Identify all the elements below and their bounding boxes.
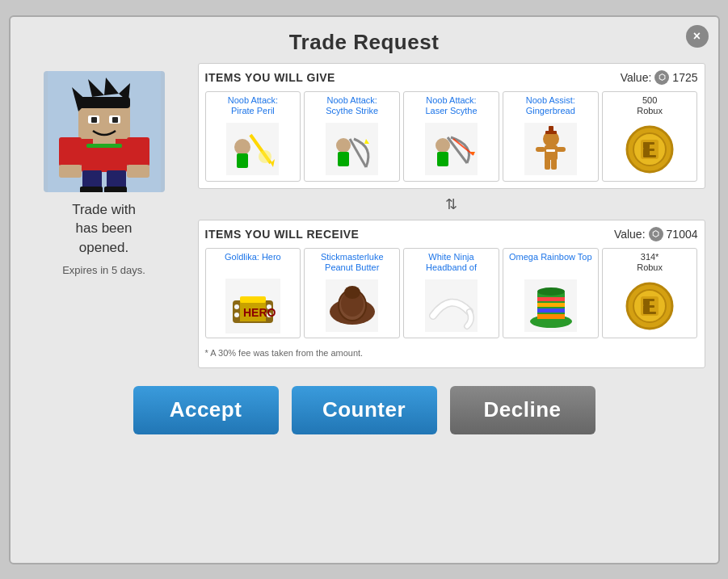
svg-rect-59 [234, 301, 240, 322]
svg-rect-81 [537, 314, 565, 319]
receive-item-3: White Ninja Headband of [403, 248, 499, 338]
receive-item-5-name: 314*Robux [637, 252, 663, 275]
receive-item-3-name: White Ninja Headband of [407, 252, 495, 275]
svg-point-62 [234, 313, 239, 317]
close-button[interactable]: × [686, 25, 709, 48]
svg-rect-7 [78, 97, 130, 108]
receive-item-5: 314*Robux [602, 248, 698, 338]
decline-button[interactable]: Decline [450, 386, 595, 434]
svg-rect-89 [643, 312, 656, 314]
receive-item-3-img [423, 278, 479, 334]
receive-item-1-img: HERO [225, 278, 281, 334]
give-section-header: ITEMS YOU WILL GIVE Value: ⬡ 1725 [205, 70, 698, 85]
give-item-3: Noob Attack:Laser Scythe [403, 91, 499, 182]
svg-rect-17 [127, 165, 149, 178]
counter-button[interactable]: Counter [292, 386, 437, 434]
give-item-2-name: Noob Attack:Scythe Strike [326, 95, 378, 118]
give-item-1-name: Noob Attack:Pirate Peril [228, 95, 278, 118]
svg-rect-55 [643, 149, 654, 151]
receive-item-5-img [621, 278, 678, 334]
swap-arrows: ⇅ [198, 192, 705, 216]
receive-section-header: ITEMS YOU WILL RECEIVE Value: ⬡ 71004 [205, 227, 698, 241]
give-value-area: Value: ⬡ 1725 [621, 70, 698, 85]
receive-section-title: ITEMS YOU WILL RECEIVE [205, 228, 360, 241]
right-panel: ITEMS YOU WILL GIVE Value: ⬡ 1725 Noob A… [198, 63, 705, 368]
svg-rect-48 [549, 126, 553, 132]
give-item-4-name: Noob Assist:Gingerbread [526, 95, 575, 118]
receive-item-1: Goldlika: Hero [205, 248, 301, 338]
svg-rect-44 [545, 158, 550, 170]
receive-robux-icon: ⬡ [649, 227, 663, 241]
svg-rect-35 [437, 152, 448, 166]
give-section-title: ITEMS YOU WILL GIVE [205, 71, 335, 84]
receive-item-1-name: Goldlika: Hero [225, 252, 281, 275]
svg-rect-11 [112, 117, 118, 123]
svg-rect-79 [537, 308, 565, 313]
give-item-5-img [621, 121, 678, 178]
give-section: ITEMS YOU WILL GIVE Value: ⬡ 1725 Noob A… [198, 63, 705, 189]
fee-note: * A 30% fee was taken from the amount. [205, 345, 698, 361]
give-value-label: Value: [621, 71, 652, 84]
svg-rect-16 [59, 165, 82, 178]
receive-value-area: Value: ⬡ 71004 [614, 227, 698, 241]
svg-rect-24 [237, 153, 248, 168]
give-item-2-img [324, 121, 381, 178]
svg-rect-22 [226, 123, 279, 175]
svg-rect-33 [425, 123, 478, 175]
avatar [44, 71, 165, 192]
dialog-title: Trade Request [11, 17, 718, 63]
svg-rect-30 [338, 152, 349, 166]
svg-point-72 [344, 286, 360, 299]
give-item-3-img [423, 121, 479, 178]
svg-rect-15 [127, 137, 149, 166]
svg-rect-88 [643, 305, 654, 308]
svg-rect-46 [546, 149, 555, 152]
svg-point-61 [234, 304, 239, 309]
give-item-4-img [522, 121, 579, 178]
svg-rect-66 [240, 296, 266, 303]
svg-rect-54 [643, 142, 654, 145]
receive-item-2-img [324, 278, 381, 334]
give-item-3-name: Noob Attack:Laser Scythe [425, 95, 477, 118]
trade-request-dialog: Trade Request × [9, 15, 720, 564]
expires-text: Expires in 5 days. [62, 264, 145, 276]
give-robux-icon: ⬡ [654, 70, 669, 85]
give-item-1: Noob Attack:Pirate Peril [205, 91, 301, 182]
accept-button[interactable]: Accept [133, 386, 279, 434]
svg-rect-14 [59, 137, 82, 166]
give-items-row: Noob Attack:Pirate Peril [205, 91, 698, 182]
give-item-5: 500Robux [602, 91, 698, 182]
svg-rect-78 [537, 303, 565, 307]
svg-point-29 [336, 138, 351, 153]
give-value: 1725 [672, 71, 697, 84]
give-item-4: Noob Assist:Gingerbread [503, 91, 599, 182]
receive-items-row: Goldlika: Hero [205, 248, 698, 338]
svg-point-23 [234, 139, 250, 155]
svg-rect-20 [80, 187, 103, 192]
give-item-2: Noob Attack:Scythe Strike [304, 91, 400, 182]
svg-point-34 [436, 138, 450, 153]
svg-rect-42 [536, 147, 545, 152]
receive-value: 71004 [667, 228, 698, 241]
svg-rect-56 [643, 155, 656, 157]
svg-text:HERO: HERO [243, 306, 276, 319]
svg-point-80 [537, 287, 565, 296]
receive-section: ITEMS YOU WILL RECEIVE Value: ⬡ 71004 Go… [198, 220, 705, 368]
buttons-row: Accept Counter Decline [11, 386, 718, 434]
svg-rect-45 [551, 158, 557, 170]
dialog-body: Trade with has been opened. Expires in 5… [11, 63, 718, 368]
svg-rect-77 [537, 297, 565, 301]
svg-rect-21 [104, 187, 127, 192]
svg-rect-10 [91, 117, 97, 123]
give-item-5-name: 500Robux [637, 95, 663, 118]
svg-point-27 [259, 150, 271, 163]
receive-item-2-name: Stickmasterluke Peanut Butter [308, 252, 396, 275]
svg-rect-43 [556, 147, 566, 152]
left-panel: Trade with has been opened. Expires in 5… [23, 63, 185, 368]
give-item-1-img [225, 121, 281, 178]
receive-value-label: Value: [614, 228, 646, 241]
receive-item-4-img [522, 278, 579, 334]
svg-rect-87 [643, 299, 654, 301]
svg-rect-13 [86, 144, 122, 148]
svg-rect-28 [326, 123, 378, 175]
